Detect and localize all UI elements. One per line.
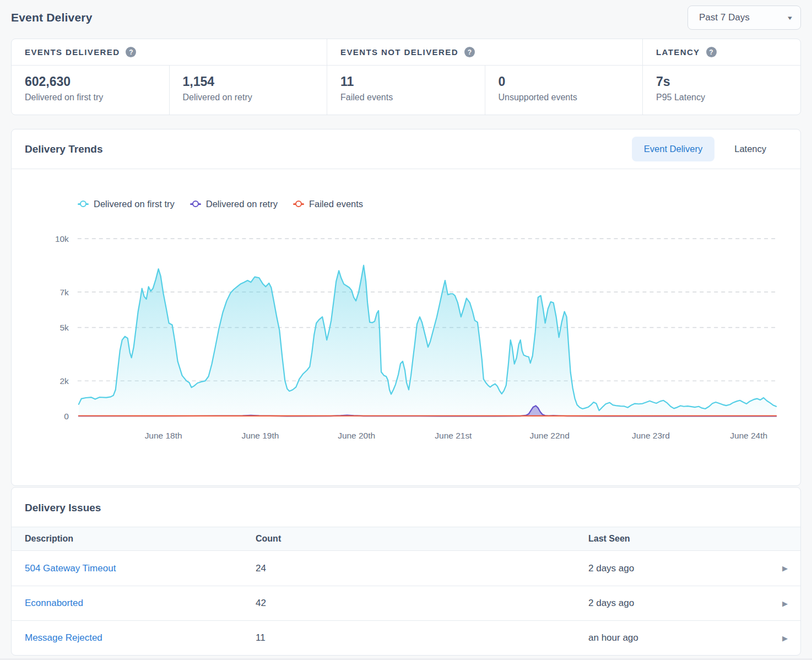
metric-unsupported-events: 0 Unsupported events (485, 66, 643, 115)
issue-count: 11 (256, 632, 588, 643)
top-bar: Event Delivery Past 7 Days ▾ (0, 0, 812, 32)
stats-section-latency: LATENCY ? 7s P95 Latency (642, 39, 800, 115)
metric-value: 1,154 (183, 74, 314, 89)
issue-row-3[interactable]: Message Rejected11an hour ago▶ (12, 620, 800, 655)
issues-rows: 504 Gateway Timeout242 days ago▶Econnabo… (12, 551, 800, 655)
chevron-right-icon[interactable]: ▶ (774, 634, 796, 642)
legend-label: Delivered on retry (206, 199, 278, 209)
stats-section-title: EVENTS DELIVERED (25, 47, 120, 57)
metric-label: Failed events (340, 93, 472, 102)
series-area-1 (79, 266, 776, 416)
column-header-description: Description (25, 534, 256, 544)
x-tick-label: June 22nd (530, 431, 570, 440)
x-tick-label: June 19th (241, 431, 279, 440)
x-tick-label: June 18th (145, 431, 182, 440)
issues-table-header: Description Count Last Seen (12, 527, 800, 551)
issue-count: 42 (256, 598, 588, 609)
metric-label: Unsupported events (499, 93, 630, 102)
x-tick-label: June 24th (730, 431, 767, 440)
y-tick-label: 7k (60, 288, 69, 297)
issue-description-link[interactable]: Message Rejected (25, 632, 256, 643)
legend-label: Failed events (309, 199, 363, 209)
date-range-dropdown[interactable]: Past 7 Days ▾ (688, 6, 801, 30)
help-icon[interactable]: ? (126, 47, 136, 57)
metric-label: P95 Latency (656, 93, 787, 102)
stats-card: EVENTS DELIVERED ? 602,630 Delivered on … (11, 39, 801, 115)
help-icon[interactable]: ? (706, 47, 717, 57)
issue-description-link[interactable]: Econnaborted (25, 598, 256, 609)
legend-marker-icon (190, 203, 201, 205)
metric-value: 602,630 (25, 74, 156, 89)
date-range-value: Past 7 Days (699, 12, 750, 23)
issue-last-seen: 2 days ago (588, 563, 774, 574)
x-tick-label: June 21st (435, 431, 472, 440)
help-icon[interactable]: ? (464, 47, 475, 57)
issue-description-link[interactable]: 504 Gateway Timeout (25, 563, 256, 574)
metric-label: Delivered on retry (183, 93, 314, 102)
legend-item-1: Delivered on first try (78, 199, 175, 209)
tab-event-delivery[interactable]: Event Delivery (632, 137, 714, 161)
metric-label: Delivered on first try (25, 93, 156, 102)
metric-p95-latency: 7s P95 Latency (643, 66, 800, 115)
legend-marker-icon (293, 203, 304, 205)
stats-section-header: EVENTS DELIVERED ? (12, 39, 327, 66)
page-title: Event Delivery (11, 11, 93, 24)
stats-section-title: EVENTS NOT DELIVERED (340, 47, 458, 57)
y-tick-label: 5k (60, 323, 69, 332)
legend-label: Delivered on first try (94, 199, 175, 209)
column-header-count: Count (256, 534, 588, 544)
legend-marker-icon (78, 203, 89, 205)
y-tick-label: 0 (64, 412, 69, 421)
metric-delivered-retry: 1,154 Delivered on retry (169, 66, 327, 115)
issue-row-1[interactable]: 504 Gateway Timeout242 days ago▶ (12, 551, 800, 586)
metric-value: 11 (340, 74, 472, 89)
chevron-down-icon: ▾ (788, 14, 792, 21)
issue-count: 24 (256, 563, 588, 574)
chart-legend: Delivered on first tryDelivered on retry… (78, 198, 800, 210)
metric-failed-events: 11 Failed events (327, 66, 485, 115)
column-header-last-seen: Last Seen (588, 534, 774, 544)
legend-item-3: Failed events (293, 199, 363, 209)
delivery-trends-header: Delivery Trends Event Delivery Latency (12, 129, 800, 169)
stats-section-title: LATENCY (656, 47, 700, 57)
x-tick-label: June 23rd (632, 431, 670, 440)
y-tick-label: 10k (55, 234, 69, 244)
issue-last-seen: 2 days ago (588, 598, 774, 609)
chevron-right-icon[interactable]: ▶ (774, 564, 796, 572)
delivery-issues-title: Delivery Issues (12, 488, 800, 527)
y-tick-label: 2k (60, 376, 69, 386)
delivery-issues-card: Delivery Issues Description Count Last S… (11, 487, 801, 656)
stats-section-header: LATENCY ? (643, 39, 800, 66)
stats-section-events-not-delivered: EVENTS NOT DELIVERED ? 11 Failed events … (327, 39, 642, 115)
metric-value: 0 (499, 74, 630, 89)
stats-section-header: EVENTS NOT DELIVERED ? (327, 39, 642, 66)
delivery-trends-card: Delivery Trends Event Delivery Latency D… (11, 129, 801, 486)
issue-row-2[interactable]: Econnaborted422 days ago▶ (12, 586, 800, 620)
x-tick-label: June 20th (338, 431, 375, 440)
legend-item-2: Delivered on retry (190, 199, 278, 209)
chevron-right-icon[interactable]: ▶ (774, 599, 796, 608)
delivery-trends-title: Delivery Trends (25, 143, 103, 155)
issue-last-seen: an hour ago (588, 632, 774, 643)
trends-tab-group: Event Delivery Latency (632, 137, 778, 161)
metric-delivered-first-try: 602,630 Delivered on first try (12, 66, 169, 115)
delivery-trends-chart: 02k5k7k10kJune 18thJune 19thJune 20thJun… (12, 221, 803, 485)
metric-value: 7s (656, 74, 787, 89)
tab-latency[interactable]: Latency (722, 137, 778, 161)
stats-section-events-delivered: EVENTS DELIVERED ? 602,630 Delivered on … (12, 39, 327, 115)
